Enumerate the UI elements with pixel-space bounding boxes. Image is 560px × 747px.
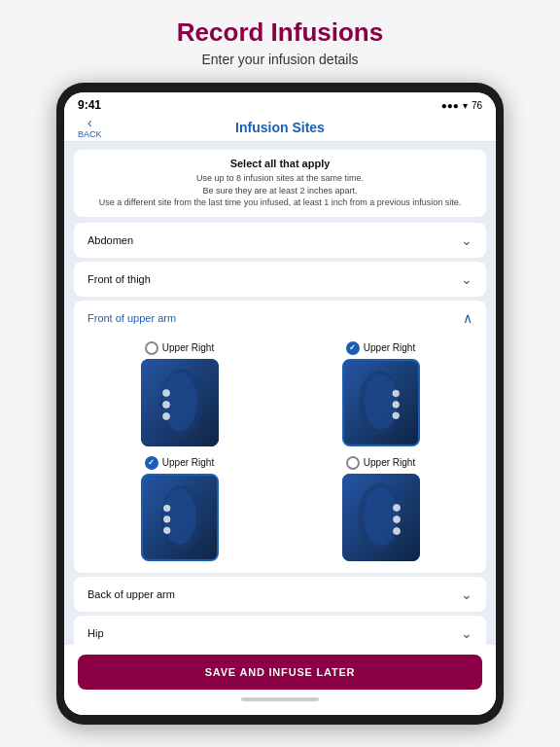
svg-point-15 [163, 505, 170, 512]
instruction-line2: Be sure they are at least 2 inches apart… [86, 185, 474, 197]
accordion-abdomen-header[interactable]: Abdomen ⌄ [74, 223, 486, 258]
svg-point-10 [392, 401, 399, 408]
save-infuse-later-button[interactable]: SAVE AND INFUSE LATER [78, 655, 482, 690]
svg-point-9 [392, 390, 399, 397]
nav-title: Infusion Sites [235, 120, 325, 135]
instruction-title: Select all that apply [86, 158, 474, 169]
bottom-bar: SAVE AND INFUSE LATER [64, 645, 496, 715]
back-label: BACK [78, 129, 102, 139]
accordion-back-upper-arm-label: Back of upper arm [88, 588, 175, 600]
site-option-1-label: Upper Right [145, 341, 214, 355]
status-icons: ●●● ▾ 76 [441, 100, 482, 111]
home-indicator [241, 697, 319, 701]
instruction-line3: Use a different site from the last time … [86, 196, 474, 209]
svg-point-20 [364, 487, 399, 546]
battery-icon: 76 [472, 100, 482, 111]
nav-bar: ‹ BACK Infusion Sites [64, 116, 496, 142]
chevron-down-icon: ⌄ [461, 271, 472, 287]
back-button[interactable]: ‹ BACK [78, 116, 102, 139]
accordion-front-thigh-label: Front of thigh [88, 273, 151, 285]
svg-point-5 [162, 412, 169, 419]
svg-point-17 [163, 527, 170, 534]
page-title: Record Infusions [177, 18, 383, 48]
accordion-front-thigh-header[interactable]: Front of thigh ⌄ [74, 262, 486, 297]
site-option-3[interactable]: Upper Right [84, 456, 275, 561]
site-option-4[interactable]: Upper Right [285, 456, 476, 561]
page-wrapper: Record Infusions Enter your infusion det… [0, 0, 560, 747]
svg-point-21 [393, 504, 400, 511]
chevron-down-icon: ⌄ [461, 625, 472, 641]
accordion-upper-arm-label: Front of upper arm [88, 312, 176, 324]
chevron-up-icon: ∧ [463, 310, 472, 326]
svg-point-16 [163, 516, 170, 522]
svg-point-23 [393, 527, 400, 534]
accordion-hip-label: Hip [88, 627, 104, 639]
scroll-area[interactable]: Select all that apply Use up to 8 infusi… [64, 142, 496, 645]
chevron-down-icon: ⌄ [461, 232, 472, 248]
site-option-4-label: Upper Right [346, 456, 415, 470]
radio-selected-2[interactable] [346, 341, 360, 355]
accordion-hip[interactable]: Hip ⌄ [74, 616, 486, 645]
accordion-back-upper-arm-header[interactable]: Back of upper arm ⌄ [74, 577, 486, 612]
tablet-device: 9:41 ●●● ▾ 76 ‹ BACK Infusion Sites [56, 83, 504, 725]
accordion-front-thigh[interactable]: Front of thigh ⌄ [74, 262, 486, 297]
radio-selected-3[interactable] [145, 456, 158, 470]
svg-point-22 [393, 516, 400, 522]
site-option-1[interactable]: Upper Right [84, 341, 275, 446]
chevron-down-icon: ⌄ [461, 587, 472, 602]
accordion-upper-arm[interactable]: Front of upper arm ∧ Upper Right [74, 301, 486, 573]
signal-icon: ●●● [441, 100, 459, 111]
page-subtitle: Enter your infusion details [201, 52, 358, 67]
chevron-left-icon: ‹ [88, 116, 92, 129]
svg-point-11 [392, 412, 399, 419]
arm-image-1 [141, 359, 219, 446]
svg-point-8 [364, 374, 397, 429]
svg-point-4 [162, 401, 169, 408]
arm-image-2 [342, 359, 420, 446]
wifi-icon: ▾ [463, 100, 468, 111]
status-bar: 9:41 ●●● ▾ 76 [64, 92, 496, 116]
accordion-upper-arm-header[interactable]: Front of upper arm ∧ [74, 301, 486, 336]
svg-point-3 [162, 389, 169, 396]
tablet-screen: 9:41 ●●● ▾ 76 ‹ BACK Infusion Sites [64, 92, 496, 715]
arm-image-4 [342, 474, 420, 561]
arm-image-3 [141, 474, 219, 561]
radio-unselected-4[interactable] [346, 456, 360, 470]
accordion-back-upper-arm[interactable]: Back of upper arm ⌄ [74, 577, 486, 612]
site-option-2-label: Upper Right [346, 341, 415, 355]
instruction-box: Select all that apply Use up to 8 infusi… [74, 150, 486, 217]
accordion-hip-header[interactable]: Hip ⌄ [74, 616, 486, 645]
site-option-3-label: Upper Right [145, 456, 214, 470]
instruction-line1: Use up to 8 infusion sites at the same t… [86, 172, 474, 185]
accordion-abdomen-label: Abdomen [88, 234, 133, 246]
accordion-abdomen[interactable]: Abdomen ⌄ [74, 223, 486, 258]
radio-unselected-1[interactable] [145, 341, 158, 355]
status-time: 9:41 [78, 98, 101, 112]
site-option-2[interactable]: Upper Right [285, 341, 476, 446]
arm-options-grid: Upper Right [74, 336, 486, 573]
